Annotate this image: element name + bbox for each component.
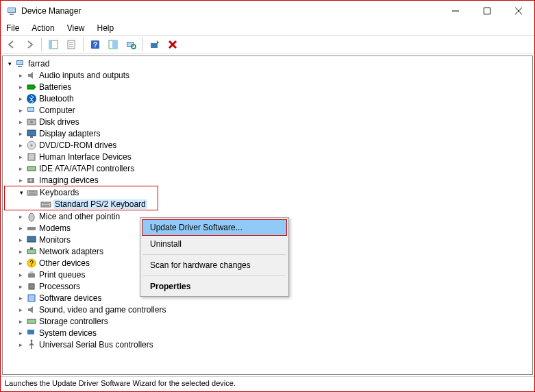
tree-item[interactable]: ▸Universal Serial Bus controllers — [3, 339, 532, 350]
chevron-right-icon[interactable]: ▸ — [16, 283, 25, 290]
statusbar: Launches the Update Driver Software Wiza… — [1, 376, 534, 391]
menu-separator — [143, 275, 286, 276]
chevron-down-icon[interactable]: ▾ — [17, 189, 25, 196]
menu-view[interactable]: View — [66, 22, 86, 34]
svg-rect-24 — [17, 61, 23, 64]
show-hide-tree-button[interactable] — [45, 36, 62, 53]
device-manager-window: Device Manager File Action View Help ? ▾… — [0, 0, 535, 392]
properties-button[interactable] — [63, 36, 79, 53]
tree-item[interactable]: ▸Display adapters — [3, 127, 532, 139]
speaker-icon — [26, 304, 37, 315]
svg-point-47 — [29, 213, 34, 221]
chevron-right-icon[interactable]: ▸ — [16, 72, 25, 79]
chevron-right-icon[interactable]: ▸ — [16, 84, 25, 90]
tree-item[interactable]: ▸IDE ATA/ATAPI controllers — [3, 162, 532, 174]
menu-update-driver[interactable]: Update Driver Software... — [142, 219, 287, 236]
chevron-right-icon[interactable]: ▸ — [16, 330, 25, 336]
chevron-right-icon[interactable]: ▸ — [16, 248, 25, 255]
svg-rect-55 — [29, 271, 34, 273]
svg-rect-1 — [8, 8, 15, 12]
close-button[interactable] — [503, 1, 534, 21]
tree-item[interactable]: ▸Sound, video and game controllers — [3, 304, 532, 315]
chevron-right-icon[interactable]: ▸ — [16, 271, 25, 278]
tree-item[interactable]: ▸Computer — [3, 104, 532, 116]
svg-rect-48 — [27, 227, 36, 230]
tree-root[interactable]: ▾ farrad — [3, 58, 532, 69]
bluetooth-icon — [26, 93, 37, 104]
menubar: File Action View Help — [1, 21, 534, 35]
svg-rect-33 — [27, 130, 36, 136]
tree-item[interactable]: ▸Bluetooth — [3, 93, 532, 104]
selected-device: Standard PS/2 Keyboard — [53, 199, 147, 209]
svg-rect-26 — [27, 85, 34, 89]
tree-item-standard-keyboard[interactable]: Standard PS/2 Keyboard — [5, 198, 158, 210]
chevron-right-icon[interactable]: ▸ — [16, 306, 25, 313]
chevron-right-icon[interactable]: ▸ — [16, 341, 25, 348]
tree-item[interactable]: ▸Imaging devices — [3, 174, 532, 186]
chevron-right-icon[interactable]: ▸ — [16, 225, 25, 232]
svg-rect-54 — [28, 273, 35, 278]
svg-rect-37 — [28, 154, 35, 160]
chevron-right-icon[interactable]: ▸ — [16, 154, 25, 160]
window-controls — [440, 1, 534, 21]
chevron-right-icon[interactable]: ▸ — [16, 318, 25, 325]
chevron-right-icon[interactable]: ▸ — [16, 236, 25, 243]
usb-icon — [26, 339, 37, 350]
tree-item[interactable]: ▸DVD/CD-ROM drives — [3, 139, 532, 151]
scan-hardware-button[interactable] — [123, 36, 139, 53]
svg-rect-2 — [10, 14, 14, 15]
menu-file[interactable]: File — [5, 22, 21, 34]
chevron-right-icon[interactable]: ▸ — [16, 142, 25, 149]
svg-rect-27 — [34, 86, 36, 88]
menu-help[interactable]: Help — [96, 22, 116, 34]
chevron-right-icon[interactable]: ▸ — [16, 107, 25, 114]
camera-icon — [26, 175, 37, 186]
toolbar-icon-5[interactable] — [105, 36, 121, 53]
svg-rect-16 — [112, 40, 117, 49]
menu-separator — [143, 254, 286, 255]
forward-button[interactable] — [21, 36, 38, 53]
help-button[interactable]: ? — [87, 36, 103, 53]
tree-item-keyboards[interactable]: ▾Keyboards — [5, 186, 158, 198]
device-tree[interactable]: ▾ farrad ▸Audio inputs and outputs ▸Batt… — [2, 56, 533, 375]
menu-properties[interactable]: Properties — [142, 278, 287, 295]
minimize-button[interactable] — [440, 1, 471, 21]
svg-rect-44 — [41, 202, 51, 207]
disk-icon — [26, 117, 37, 127]
back-button[interactable] — [3, 36, 20, 53]
menu-action[interactable]: Action — [30, 22, 55, 34]
update-driver-button[interactable] — [147, 36, 163, 53]
svg-rect-20 — [151, 43, 158, 48]
tree-item[interactable]: ▸System devices — [3, 327, 532, 339]
maximize-button[interactable] — [471, 1, 503, 21]
software-icon — [26, 293, 37, 304]
tree-item[interactable]: ▸Human Interface Devices — [3, 151, 532, 162]
tree-item[interactable]: ▸Storage controllers — [3, 315, 532, 327]
chevron-down-icon[interactable]: ▾ — [5, 60, 14, 67]
tree-item[interactable]: ▸Batteries — [3, 81, 532, 93]
computer-icon — [26, 105, 37, 116]
chevron-right-icon[interactable]: ▸ — [16, 260, 25, 267]
app-icon — [6, 5, 17, 16]
chevron-right-icon[interactable]: ▸ — [16, 295, 25, 302]
storage-icon — [26, 316, 37, 327]
chevron-right-icon[interactable]: ▸ — [16, 165, 25, 172]
chevron-right-icon[interactable]: ▸ — [16, 177, 25, 184]
svg-rect-51 — [30, 247, 33, 249]
menu-scan-hardware[interactable]: Scan for hardware changes — [142, 257, 287, 273]
ide-icon — [26, 163, 37, 174]
tree-item[interactable]: ▸Disk drives — [3, 116, 532, 127]
chevron-right-icon[interactable]: ▸ — [16, 95, 25, 102]
svg-rect-56 — [29, 284, 34, 289]
svg-rect-4 — [484, 8, 490, 14]
uninstall-button[interactable] — [164, 36, 181, 53]
menu-uninstall[interactable]: Uninstall — [142, 236, 287, 252]
network-icon — [26, 246, 37, 257]
chevron-right-icon[interactable]: ▸ — [16, 119, 25, 125]
speaker-icon — [26, 70, 37, 81]
svg-text:?: ? — [93, 41, 97, 49]
chevron-right-icon[interactable]: ▸ — [16, 130, 25, 137]
chevron-right-icon[interactable]: ▸ — [16, 213, 25, 220]
keyboard-icon — [27, 187, 38, 198]
tree-item[interactable]: ▸Audio inputs and outputs — [3, 69, 532, 81]
